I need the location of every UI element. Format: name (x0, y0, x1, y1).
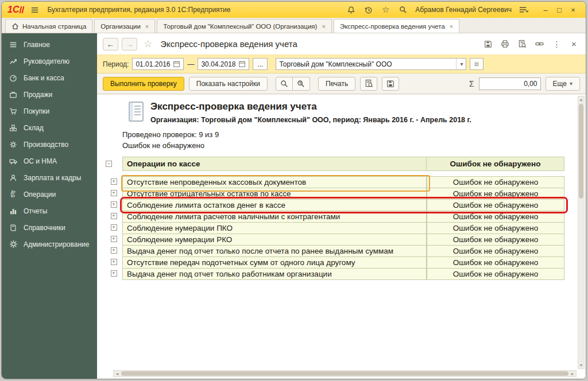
sidebar-item-manager[interactable]: Руководителю (2, 53, 97, 69)
report-table: − Операции по кассе Ошибок не обнаружено… (105, 157, 564, 280)
check-name-cell[interactable]: Выдача денег под отчет только работникам… (122, 268, 427, 280)
report-row-highlighted[interactable]: +Соблюдение лимита остатков денег в касс… (105, 199, 564, 211)
report-row[interactable]: +Отсутствие отрицательных остатков по ка… (105, 188, 564, 200)
search-icon[interactable] (398, 5, 408, 15)
report-row[interactable]: +Выдача денег под отчет только работника… (105, 268, 564, 280)
total-input[interactable]: 0,00 (479, 77, 541, 90)
expand-toggle[interactable]: + (111, 201, 117, 208)
close-form-button[interactable]: × (569, 39, 579, 49)
preview-icon-button[interactable] (517, 39, 527, 49)
tab-close-icon[interactable]: × (450, 23, 453, 30)
scroll-down-arrow-icon[interactable]: ▼ (578, 362, 584, 368)
calendar-icon[interactable] (238, 60, 246, 68)
organization-open-button[interactable] (470, 58, 483, 70)
tab-organizations[interactable]: Организации× (94, 19, 155, 33)
check-name-cell[interactable]: Выдача денег под отчет только после отче… (122, 245, 427, 257)
check-status-cell: Ошибок не обнаружено (427, 176, 564, 188)
forward-button[interactable]: → (122, 38, 137, 50)
tab-close-icon[interactable]: × (145, 23, 149, 30)
save-report-button[interactable] (382, 77, 399, 91)
report-row[interactable]: +Соблюдение нумерации РКООшибок не обнар… (105, 234, 564, 246)
save-icon-button[interactable] (483, 39, 493, 49)
date-to-input[interactable]: 30.04.2018 (198, 58, 249, 70)
favorite-toggle-star-icon[interactable]: ☆ (144, 38, 152, 50)
sidebar-item-production[interactable]: Производство (2, 136, 97, 153)
period-options-button[interactable]: ... (253, 58, 268, 70)
more-button[interactable]: Еще ▾ (546, 77, 580, 91)
reset-search-button[interactable] (293, 77, 310, 91)
check-name-cell[interactable]: Отсутствие передач подотчетных сумм от о… (122, 256, 427, 269)
history-icon[interactable] (363, 5, 373, 15)
person-icon (8, 173, 18, 182)
horizontal-scroll-thumb[interactable] (121, 371, 568, 376)
check-name-cell[interactable]: Соблюдение нумерации РКО (122, 234, 427, 246)
main-menu-icon[interactable] (30, 6, 39, 14)
run-check-button[interactable]: Выполнить проверку (103, 77, 184, 91)
expand-toggle[interactable]: + (111, 190, 117, 196)
scroll-left-arrow-icon[interactable]: ◄ (114, 371, 121, 376)
expand-toggle[interactable]: + (111, 224, 117, 231)
home-icon (11, 22, 19, 30)
print-preview-button[interactable] (360, 77, 377, 91)
sidebar-item-bank-cash[interactable]: Банк и касса (2, 69, 97, 86)
sidebar-item-sales[interactable]: Продажи (2, 86, 97, 103)
user-name[interactable]: Абрамов Геннадий Сергеевич (415, 6, 512, 14)
expand-toggle[interactable]: + (111, 213, 117, 219)
report-table-rows: +Отсутствие непроведенных кассовых докум… (105, 176, 564, 280)
tab-home[interactable]: Начальная страница (5, 19, 92, 33)
expand-toggle[interactable]: + (111, 178, 117, 185)
check-name-cell[interactable]: Отсутствие отрицательных остатков по кас… (122, 188, 427, 200)
favorites-star-icon[interactable]: ☆ (381, 5, 390, 15)
vertical-scroll-thumb[interactable] (579, 104, 583, 199)
sidebar-item-salary-hr[interactable]: Зарплата и кадры (2, 169, 97, 186)
minimize-button[interactable]: – (540, 5, 551, 15)
sidebar-item-administration[interactable]: Администрирование (2, 236, 97, 252)
sidebar-item-main[interactable]: Главное (2, 36, 97, 53)
more-menu-dots-icon[interactable]: ⋮ (552, 39, 562, 49)
expand-toggle[interactable]: + (111, 236, 117, 242)
production-icon (8, 140, 18, 149)
sidebar-item-directories[interactable]: Справочники (2, 219, 97, 236)
horizontal-scrollbar[interactable]: ◄ ► (113, 370, 577, 377)
report-row[interactable]: +Соблюдение нумерации ПКООшибок не обнар… (105, 222, 564, 234)
date-from-input[interactable]: 01.01.2016 (132, 58, 184, 70)
maximize-button[interactable]: □ (554, 5, 565, 15)
calendar-icon[interactable] (173, 60, 180, 68)
sidebar-item-warehouse[interactable]: Склад (2, 119, 97, 136)
sidebar-item-os-nma[interactable]: ОС и НМА (2, 153, 97, 169)
organization-combo[interactable]: Торговый дом "Комплексный" ООО ▾ (276, 58, 466, 70)
sidebar-item-reports[interactable]: Отчеты (2, 203, 97, 219)
check-name-cell[interactable]: Отсутствие непроведенных кассовых докуме… (122, 176, 427, 188)
report-row[interactable]: +Соблюдение лимита расчетов наличными с … (105, 211, 564, 223)
sidebar-item-purchases[interactable]: Покупки (2, 103, 97, 119)
report-row[interactable]: +Отсутствие передач подотчетных сумм от … (105, 256, 564, 269)
scroll-right-arrow-icon[interactable]: ► (569, 371, 576, 376)
gear-icon (8, 240, 18, 249)
tab-close-icon[interactable]: × (322, 23, 325, 30)
service-settings-icon[interactable] (519, 5, 529, 15)
back-button[interactable]: ← (103, 38, 118, 50)
combo-dropdown-icon[interactable]: ▾ (456, 59, 463, 69)
check-name-cell[interactable]: Соблюдение лимита расчетов наличными с к… (122, 211, 427, 223)
sidebar-item-operations[interactable]: ДтКтОперации (2, 186, 97, 203)
section-title-cell[interactable]: Операции по кассе (122, 157, 427, 171)
tab-trade-house-org[interactable]: Торговый дом "Комплексный" ООО (Организа… (157, 19, 332, 33)
close-window-button[interactable]: × (567, 5, 579, 15)
report-row[interactable]: +Выдача денег под отчет только после отч… (105, 245, 564, 257)
link-icon-button[interactable] (535, 39, 544, 49)
expand-toggle[interactable]: + (111, 259, 117, 265)
expand-toggle[interactable]: + (111, 247, 117, 254)
check-name-cell[interactable]: Соблюдение нумерации ПКО (122, 222, 427, 234)
expand-toggle[interactable]: + (111, 270, 117, 277)
report-row[interactable]: +Отсутствие непроведенных кассовых докум… (105, 176, 564, 188)
print-button[interactable]: Печать (318, 77, 355, 91)
print-icon-button[interactable] (500, 39, 510, 49)
check-name-cell[interactable]: Соблюдение лимита остатков денег в кассе (122, 199, 427, 211)
vertical-scrollbar[interactable]: ▲ ▼ (578, 96, 585, 369)
scroll-up-arrow-icon[interactable]: ▲ (578, 96, 584, 103)
show-settings-button[interactable]: Показать настройки (189, 77, 268, 91)
find-button[interactable] (276, 77, 293, 91)
collapse-all-toggle[interactable]: − (106, 161, 112, 167)
notifications-bell-icon[interactable] (346, 5, 356, 15)
tab-express-check[interactable]: Экспресс-проверка ведения учета× (334, 19, 459, 33)
